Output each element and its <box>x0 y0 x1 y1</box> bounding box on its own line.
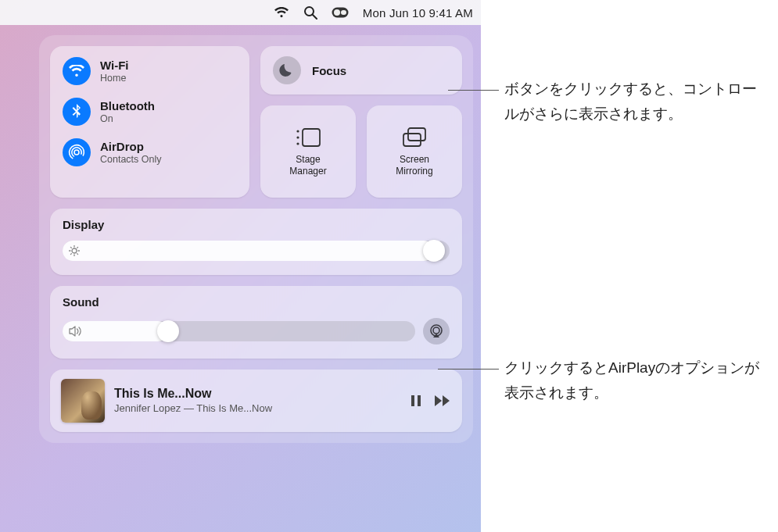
airplay-icon <box>428 323 444 339</box>
screen-mirroring-icon <box>400 126 428 149</box>
svg-rect-13 <box>403 134 421 146</box>
svg-point-3 <box>334 9 340 16</box>
now-playing-title: This Is Me...Now <box>114 386 400 402</box>
svg-point-5 <box>74 150 79 155</box>
callout-focus: ボタンをクリックすると、コントロールがさらに表示されます。 <box>504 77 762 127</box>
sound-tile: Sound <box>50 286 462 359</box>
bluetooth-toggle[interactable]: Bluetooth On <box>63 98 237 126</box>
moon-icon <box>273 56 301 84</box>
stage-manager-button[interactable]: Stage Manager <box>260 105 356 198</box>
control-center-panel: Wi-Fi Home Bluetooth On AirDrop <box>39 35 473 443</box>
svg-point-10 <box>296 136 299 138</box>
airdrop-icon <box>63 138 91 166</box>
callout-airplay: クリックするとAirPlayのオプションが表示されます。 <box>504 355 770 406</box>
airdrop-toggle[interactable]: AirDrop Contacts Only <box>63 138 237 166</box>
svg-point-24 <box>433 327 439 334</box>
connectivity-tile: Wi-Fi Home Bluetooth On AirDrop <box>50 46 249 198</box>
stage-manager-label: Stage Manager <box>289 154 326 177</box>
svg-line-19 <box>70 247 71 248</box>
bluetooth-subtitle: On <box>100 113 155 125</box>
display-brightness-slider[interactable] <box>63 241 450 261</box>
svg-line-20 <box>77 254 78 255</box>
svg-line-1 <box>313 15 317 19</box>
annotation-area: ボタンをクリックすると、コントロールがさらに表示されます。 クリックするとAir… <box>481 0 778 532</box>
airdrop-title: AirDrop <box>100 140 162 154</box>
display-title: Display <box>63 218 450 231</box>
display-tile: Display <box>50 209 462 275</box>
airplay-audio-button[interactable] <box>423 318 450 345</box>
callout-line-airplay <box>438 369 499 370</box>
svg-rect-26 <box>418 395 421 406</box>
control-center-menubar-icon[interactable] <box>332 7 349 18</box>
now-playing-subtitle: Jennifer Lopez — This Is Me...Now <box>114 402 400 416</box>
wifi-icon <box>63 57 91 85</box>
airdrop-subtitle: Contacts Only <box>100 154 162 166</box>
screen-mirroring-label: Screen Mirroring <box>396 154 432 177</box>
stage-manager-icon <box>294 126 322 149</box>
svg-line-22 <box>77 247 78 248</box>
svg-point-6 <box>70 146 84 159</box>
svg-point-7 <box>68 144 85 161</box>
menubar-datetime[interactable]: Mon Jun 10 9:41 AM <box>363 6 473 20</box>
bluetooth-icon <box>63 98 91 126</box>
svg-point-14 <box>72 248 77 253</box>
svg-line-21 <box>70 254 71 255</box>
album-art <box>61 379 105 423</box>
pause-button[interactable] <box>409 394 423 408</box>
playback-controls <box>409 394 451 408</box>
callout-line-focus <box>448 90 499 91</box>
spotlight-search-icon[interactable] <box>303 5 317 20</box>
svg-rect-4 <box>341 10 346 15</box>
screen-mirroring-button[interactable]: Screen Mirroring <box>367 105 462 198</box>
next-track-button[interactable] <box>434 394 451 408</box>
speaker-icon <box>69 326 83 337</box>
svg-point-9 <box>296 130 299 132</box>
wifi-subtitle: Home <box>100 73 129 84</box>
svg-point-11 <box>296 142 299 145</box>
sound-volume-slider[interactable] <box>63 321 415 341</box>
focus-button[interactable]: Focus <box>260 46 462 95</box>
brightness-low-icon <box>69 245 80 256</box>
svg-rect-25 <box>411 395 414 406</box>
sound-title: Sound <box>63 295 450 309</box>
svg-rect-8 <box>303 129 320 146</box>
wifi-menubar-icon[interactable] <box>274 7 289 18</box>
now-playing-tile[interactable]: This Is Me...Now Jennifer Lopez — This I… <box>50 370 462 432</box>
focus-label: Focus <box>312 64 346 77</box>
bluetooth-title: Bluetooth <box>100 99 155 113</box>
wifi-toggle[interactable]: Wi-Fi Home <box>63 57 237 85</box>
wifi-title: Wi-Fi <box>100 59 129 73</box>
svg-rect-12 <box>408 128 425 141</box>
menubar: Mon Jun 10 9:41 AM <box>0 0 481 25</box>
